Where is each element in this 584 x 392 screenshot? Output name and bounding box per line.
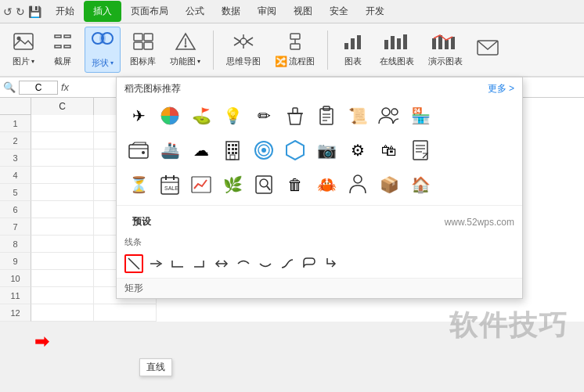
shape-line-double-arrow[interactable]	[212, 254, 231, 273]
redo-icon[interactable]: ↻	[16, 5, 25, 18]
svg-rect-53	[228, 148, 230, 150]
icon-people[interactable]	[375, 102, 403, 130]
shape-line-curved1[interactable]	[234, 254, 253, 273]
icon-target[interactable]	[250, 136, 278, 164]
icon-calendar[interactable]: SALE	[156, 171, 184, 199]
flowchart-tool[interactable]: 🔀 流程图	[270, 29, 319, 70]
cell-c10[interactable]	[31, 270, 94, 287]
demo-chart-tool[interactable]: 演示图表	[424, 29, 467, 70]
icon-bag[interactable]: 🛍	[375, 136, 403, 164]
tab-data[interactable]: 数据	[214, 2, 248, 21]
cell-c4[interactable]	[31, 167, 94, 184]
icon-camera[interactable]: 📷	[312, 136, 341, 164]
picture-icon	[13, 32, 34, 54]
line-sublabel: 线条	[117, 235, 522, 250]
mindmap-tool[interactable]: 思维导图	[222, 29, 265, 70]
chart-tool[interactable]: 图表	[336, 29, 370, 70]
icon-bulb[interactable]: 💡	[218, 102, 247, 130]
shape-line-bracket[interactable]	[322, 254, 341, 273]
name-box[interactable]	[19, 81, 58, 95]
row-header-1: 1	[0, 115, 31, 132]
bottom-section-label: 矩形	[124, 282, 143, 295]
tab-dev[interactable]: 开发	[358, 2, 392, 21]
iconlib-tool[interactable]: 图标库	[125, 29, 160, 70]
cell-c2[interactable]	[31, 132, 94, 149]
svg-rect-12	[144, 42, 153, 49]
shape-line-loop[interactable]	[300, 254, 319, 273]
picture-tool[interactable]: 图片 ▾	[6, 29, 41, 70]
tab-formula[interactable]: 公式	[178, 2, 212, 21]
row-header-10: 10	[0, 270, 31, 287]
cell-c12[interactable]	[31, 304, 94, 322]
online-chart-tool[interactable]: 在线图表	[375, 29, 419, 70]
cell-c9[interactable]	[31, 253, 94, 270]
tab-layout[interactable]: 页面布局	[123, 2, 176, 21]
shape-line-s-curve[interactable]	[278, 254, 297, 273]
row-header-8: 8	[0, 236, 31, 253]
cell-c1[interactable]	[31, 115, 94, 132]
chart-icon	[342, 32, 364, 54]
icon-pencil[interactable]: ✏	[250, 102, 278, 130]
icon-pie[interactable]	[156, 102, 184, 130]
cell-c6[interactable]	[31, 201, 94, 218]
undo-icon[interactable]: ↺	[3, 5, 13, 18]
email-tool[interactable]	[472, 37, 503, 63]
row-header-6: 6	[0, 201, 31, 218]
icon-wallet[interactable]	[124, 136, 153, 164]
icon-gear2[interactable]: ⚙	[344, 136, 372, 164]
shapes-tool[interactable]: 形状 ▾	[85, 27, 121, 73]
fx-label: fx	[61, 81, 69, 93]
svg-rect-9	[134, 34, 142, 41]
screenshot-tool[interactable]: 截屏	[45, 29, 80, 70]
icon-plane[interactable]: ✈	[124, 102, 153, 130]
icon-trash[interactable]: 🗑	[281, 171, 309, 199]
svg-point-62	[261, 148, 266, 153]
icon-plant[interactable]: 🌿	[218, 171, 247, 199]
cell-c5[interactable]	[31, 184, 94, 201]
icon-flag[interactable]: ⛳	[187, 102, 215, 130]
tab-start[interactable]: 开始	[48, 2, 82, 21]
icon-search2[interactable]	[250, 171, 278, 199]
icon-cloud[interactable]: ☁	[187, 136, 215, 164]
icon-crab[interactable]: 🦀	[312, 171, 341, 199]
icon-ship[interactable]: 🚢	[156, 136, 184, 164]
icon-scroll[interactable]: 📜	[344, 102, 372, 130]
icon-note[interactable]	[406, 136, 434, 164]
cell-d12[interactable]	[94, 304, 157, 322]
tab-view[interactable]: 视图	[286, 2, 320, 21]
tab-insert[interactable]: 插入	[84, 1, 121, 22]
svg-point-16	[240, 38, 247, 45]
tooltip-box: 直线	[139, 358, 172, 376]
shape-line-elbow1[interactable]	[168, 254, 187, 273]
icon-chart-line[interactable]	[187, 171, 215, 199]
shape-line-diagonal[interactable]	[124, 254, 143, 273]
icon-bucket[interactable]	[281, 102, 309, 130]
shape-line-curved2[interactable]	[256, 254, 275, 273]
icon-person[interactable]	[344, 171, 372, 199]
tab-review[interactable]: 审阅	[250, 2, 284, 21]
icon-clipboard[interactable]	[312, 102, 341, 130]
icon-box[interactable]: 📦	[375, 171, 403, 199]
icon-shop[interactable]: 🏪	[406, 102, 434, 130]
panel-more-link[interactable]: 更多 >	[488, 82, 514, 95]
svg-rect-33	[432, 38, 436, 49]
icon-hexagon[interactable]	[281, 136, 309, 164]
website-label: www.52wps.com	[445, 217, 514, 228]
svg-point-8	[99, 33, 106, 44]
svg-rect-32	[403, 34, 407, 49]
save-icon[interactable]: 💾	[28, 5, 41, 18]
cell-c11[interactable]	[31, 287, 94, 304]
cell-c3[interactable]	[31, 149, 94, 167]
svg-rect-26	[344, 43, 348, 49]
shape-line-elbow2[interactable]	[190, 254, 209, 273]
cell-c8[interactable]	[31, 236, 94, 253]
preset-label: 预设	[124, 212, 159, 232]
icon-building[interactable]	[218, 136, 247, 164]
icon-house[interactable]: 🏠	[406, 171, 434, 199]
shape-line-arrow-right[interactable]	[146, 254, 165, 273]
online-chart-icon	[383, 32, 411, 54]
icon-hourglass[interactable]: ⏳	[124, 171, 153, 199]
funcdiagram-tool[interactable]: 功能图 ▾	[165, 29, 205, 70]
tab-security[interactable]: 安全	[322, 2, 356, 21]
cell-c7[interactable]	[31, 218, 94, 236]
